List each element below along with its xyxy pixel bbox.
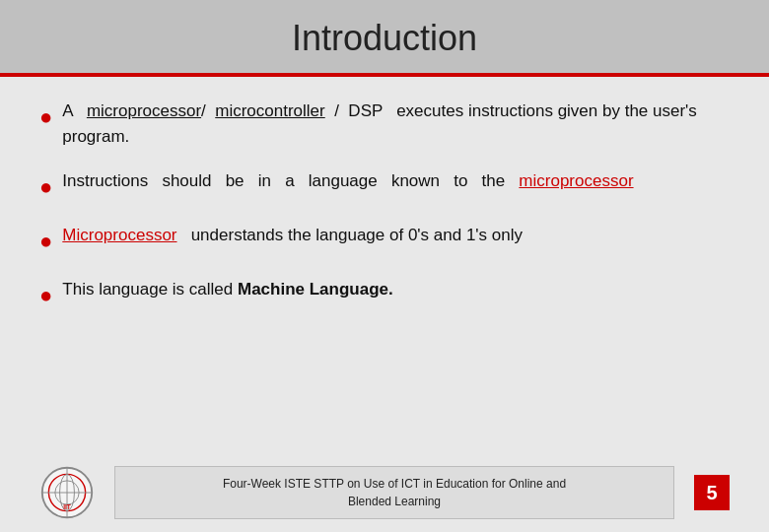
footer-banner-line2: Blended Learning: [348, 495, 441, 508]
footer-page-number: 5: [694, 475, 730, 510]
bullet-item-2: ● Instructions should be in a language k…: [39, 168, 730, 203]
bullet-dot-2: ●: [39, 170, 52, 203]
bullet-text-4: This language is called Machine Language…: [62, 277, 730, 302]
slide: Introduction ● A microprocessor/ microco…: [0, 0, 769, 532]
footer-logo: IIT: [39, 465, 95, 520]
content-area: ● A microprocessor/ microcontroller / DS…: [0, 77, 769, 457]
header: Introduction: [0, 0, 769, 77]
bullet-text-3: Microprocessor understands the language …: [62, 223, 730, 248]
bullet-item-1: ● A microprocessor/ microcontroller / DS…: [39, 99, 730, 149]
bullet-dot-3: ●: [39, 225, 52, 257]
bullet-item-3: ● Microprocessor understands the languag…: [39, 223, 730, 257]
bullet-text-2: Instructions should be in a language kno…: [62, 168, 730, 194]
machine-language-label: Machine Language.: [238, 280, 393, 299]
bullet-text-1: A microprocessor/ microcontroller / DSP …: [62, 99, 730, 149]
bullet-dot-4: ●: [39, 279, 52, 311]
svg-text:IIT: IIT: [63, 503, 71, 510]
bullet-item-4: ● This language is called Machine Langua…: [39, 277, 730, 311]
footer-banner: Four-Week ISTE STTP on Use of ICT in Edu…: [114, 466, 674, 519]
microprocessor-red-label-2: Microprocessor: [62, 226, 176, 244]
microcontroller-label: microcontroller: [215, 101, 324, 120]
slide-title: Introduction: [39, 18, 730, 59]
microprocessor-red-label-1: microprocessor: [519, 171, 633, 190]
footer-banner-line1: Four-Week ISTE STTP on Use of ICT in Edu…: [223, 477, 566, 491]
microprocessor-label: microprocessor: [87, 101, 201, 120]
footer: IIT Four-Week ISTE STTP on Use of ICT in…: [0, 457, 769, 532]
bullet-dot-1: ●: [39, 100, 52, 133]
